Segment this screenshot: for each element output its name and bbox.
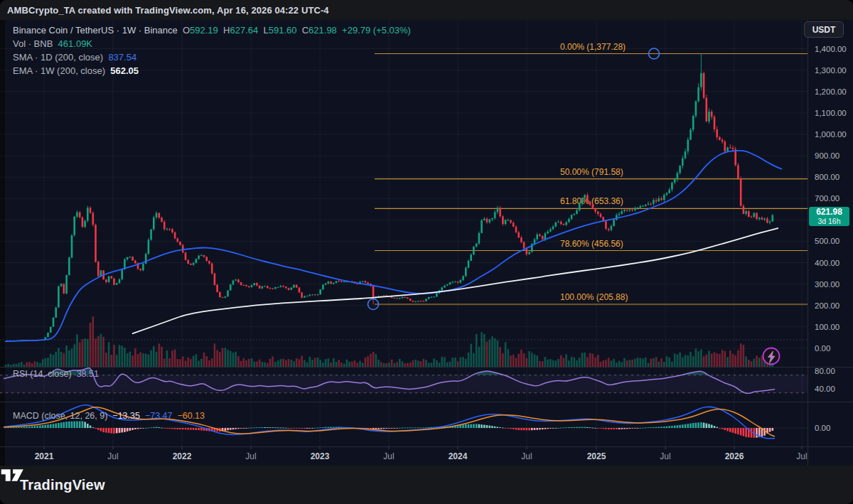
tradingview-logo[interactable]: TradingView bbox=[20, 477, 105, 493]
svg-text:Jul: Jul bbox=[383, 451, 394, 461]
ema-line[interactable] bbox=[132, 228, 778, 334]
svg-text:1,300.00: 1,300.00 bbox=[815, 66, 847, 75]
currency-toggle-button[interactable]: USDT bbox=[804, 21, 844, 38]
symbol-legend: Binance Coin / TetherUS · 1W · Binance O… bbox=[13, 23, 411, 77]
last-price-value: 621.98 bbox=[816, 208, 842, 217]
svg-text:100.00: 100.00 bbox=[815, 323, 839, 331]
svg-text:1,200.00: 1,200.00 bbox=[815, 87, 847, 96]
price-axis[interactable]: 1,400.001,300.001,200.001,100.001,000.00… bbox=[815, 45, 847, 432]
rsi-label[interactable]: RSI (14, close) bbox=[13, 369, 72, 379]
ema-label[interactable]: EMA · 1W (200, close) bbox=[13, 65, 105, 76]
macd-legend: MACD (close, 12, 26, 9) −13.35 −73.47 −6… bbox=[13, 411, 205, 421]
low-label: L bbox=[263, 25, 268, 36]
svg-text:Jul: Jul bbox=[245, 451, 256, 461]
svg-text:500.00: 500.00 bbox=[815, 237, 839, 245]
attribution-bar: AMBCrypto_TA created with TradingView.co… bbox=[0, 0, 853, 20]
svg-text:0.00: 0.00 bbox=[815, 344, 830, 353]
boost-icon[interactable] bbox=[763, 348, 780, 365]
rsi-band bbox=[0, 375, 808, 393]
open-value: 592.19 bbox=[190, 25, 218, 36]
svg-text:Jul: Jul bbox=[107, 451, 118, 461]
svg-text:78.60% (456.56): 78.60% (456.56) bbox=[560, 239, 623, 249]
svg-text:200.00: 200.00 bbox=[815, 301, 839, 310]
svg-text:100.00% (205.88): 100.00% (205.88) bbox=[560, 292, 628, 302]
svg-text:700.00: 700.00 bbox=[815, 194, 839, 203]
attribution-text: AMBCrypto_TA created with TradingView.co… bbox=[7, 5, 329, 16]
volume-value: 461.09K bbox=[58, 38, 92, 49]
close-label: C bbox=[302, 25, 309, 36]
volume-label[interactable]: Vol · BNB bbox=[13, 38, 53, 49]
svg-text:0.00% (1,377.28): 0.00% (1,377.28) bbox=[560, 42, 626, 52]
watermark-bar: TradingView bbox=[0, 466, 853, 504]
svg-text:1,000.00: 1,000.00 bbox=[815, 130, 847, 139]
svg-text:61.80% (653.36): 61.80% (653.36) bbox=[560, 196, 623, 206]
svg-text:1,400.00: 1,400.00 bbox=[815, 45, 847, 53]
open-label: O bbox=[183, 25, 190, 36]
svg-text:1,100.00: 1,100.00 bbox=[815, 109, 847, 117]
svg-text:Jul: Jul bbox=[521, 451, 532, 461]
svg-text:400.00: 400.00 bbox=[815, 259, 839, 267]
svg-text:2025: 2025 bbox=[587, 451, 606, 461]
svg-text:800.00: 800.00 bbox=[815, 173, 839, 181]
rsi-legend: RSI (14, close) 38.51 bbox=[13, 369, 99, 379]
sma-value: 837.54 bbox=[108, 52, 136, 63]
macd-label[interactable]: MACD (close, 12, 26, 9) bbox=[13, 411, 107, 421]
svg-text:2022: 2022 bbox=[173, 451, 192, 461]
svg-text:50.00% (791.58): 50.00% (791.58) bbox=[560, 167, 623, 177]
time-axis[interactable]: 2021Jul2022Jul2023Jul2024Jul2025Jul2026J… bbox=[35, 446, 808, 461]
svg-text:2026: 2026 bbox=[725, 451, 744, 461]
tradingview-chart-window: 0.00% (1,377.28)50.00% (791.58)61.80% (6… bbox=[0, 0, 853, 504]
fib-retracement[interactable]: 0.00% (1,377.28)50.00% (791.58)61.80% (6… bbox=[375, 42, 808, 305]
tradingview-logo-icon bbox=[0, 466, 27, 484]
svg-text:Jul: Jul bbox=[796, 451, 807, 461]
rsi-value: 38.51 bbox=[77, 369, 99, 379]
macd-hist-value: −13.35 bbox=[112, 411, 140, 421]
symbol-title[interactable]: Binance Coin / TetherUS · 1W · Binance bbox=[13, 25, 178, 36]
low-value: 591.60 bbox=[269, 25, 297, 36]
bar-countdown: 3d 16h bbox=[817, 217, 840, 226]
svg-text:40.00: 40.00 bbox=[815, 385, 835, 393]
svg-text:0.00: 0.00 bbox=[815, 424, 830, 432]
svg-text:Jul: Jul bbox=[660, 451, 670, 461]
macd-line-value: −73.47 bbox=[145, 411, 173, 421]
sma-label[interactable]: SMA · 1D (200, close) bbox=[13, 52, 103, 63]
last-price-badge: 621.98 3d 16h bbox=[809, 207, 849, 226]
close-value: 621.98 bbox=[309, 25, 337, 36]
svg-text:2021: 2021 bbox=[35, 451, 54, 461]
tradingview-logo-text: TradingView bbox=[20, 477, 105, 493]
svg-text:900.00: 900.00 bbox=[815, 151, 839, 160]
ema-value: 562.05 bbox=[110, 65, 139, 76]
svg-text:2023: 2023 bbox=[311, 451, 330, 461]
high-value: 627.64 bbox=[230, 25, 258, 36]
macd-signal-value: −60.13 bbox=[177, 411, 205, 421]
change-value: +29.79 (+5.03%) bbox=[342, 25, 411, 36]
svg-text:300.00: 300.00 bbox=[815, 280, 839, 289]
svg-text:80.00: 80.00 bbox=[815, 367, 835, 375]
svg-text:2024: 2024 bbox=[449, 451, 468, 461]
